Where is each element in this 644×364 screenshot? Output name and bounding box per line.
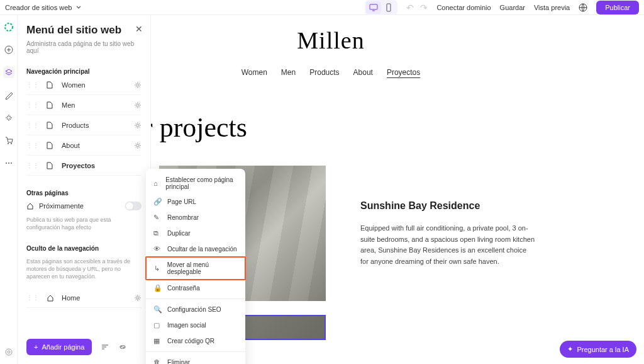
gear-icon[interactable] bbox=[134, 81, 142, 89]
gear-icon[interactable] bbox=[134, 294, 142, 302]
page-row-men[interactable]: ⋮⋮ Men bbox=[26, 95, 142, 115]
drag-handle-icon[interactable]: ⋮⋮ bbox=[26, 101, 39, 108]
arrow-return-icon: ↳ bbox=[154, 264, 161, 273]
svg-point-10 bbox=[6, 349, 12, 355]
ctx-page-url[interactable]: 🔗Page URL bbox=[146, 194, 245, 210]
page-icon bbox=[47, 142, 54, 149]
connect-domain-link[interactable]: Conectar dominio bbox=[436, 4, 491, 11]
ask-ai-button[interactable]: ✦ Preguntar a la IA bbox=[560, 341, 636, 358]
logo-icon[interactable] bbox=[3, 21, 14, 33]
undo-button[interactable]: ↶ bbox=[406, 3, 414, 13]
project-title: Sunshine Bay Residence bbox=[360, 200, 536, 212]
page-icon bbox=[47, 81, 54, 89]
tools-sidebar bbox=[0, 15, 18, 364]
breadcrumb[interactable]: Creador de sitios web bbox=[5, 4, 82, 11]
drag-handle-icon[interactable]: ⋮⋮ bbox=[26, 81, 39, 88]
drag-handle-icon[interactable]: ⋮⋮ bbox=[26, 122, 39, 128]
redo-button[interactable]: ↷ bbox=[420, 3, 428, 13]
panel-title: Menú del sitio web bbox=[26, 24, 142, 37]
page-label: Home bbox=[62, 294, 126, 302]
coming-soon-row: Próximamente bbox=[26, 202, 142, 210]
cart-icon[interactable] bbox=[3, 135, 14, 146]
page-row-women[interactable]: ⋮⋮ Women bbox=[26, 75, 142, 95]
drag-handle-icon[interactable]: ⋮⋮ bbox=[26, 162, 39, 169]
svg-point-12 bbox=[136, 84, 139, 86]
close-icon[interactable]: ✕ bbox=[135, 24, 143, 34]
search-icon: 🔍 bbox=[153, 305, 161, 314]
ctx-password[interactable]: 🔒Contraseña bbox=[146, 280, 245, 296]
menu-separator bbox=[146, 351, 245, 352]
mobile-device-button[interactable] bbox=[381, 1, 396, 14]
publish-button[interactable]: Publicar bbox=[596, 1, 639, 14]
nav-about[interactable]: About bbox=[353, 68, 373, 77]
page-row-home[interactable]: ⋮⋮ Home bbox=[26, 288, 142, 308]
eye-off-icon: 👁 bbox=[153, 245, 161, 253]
nav-proyectos[interactable]: Proyectos bbox=[387, 68, 420, 77]
sort-icon[interactable] bbox=[101, 343, 109, 351]
svg-point-13 bbox=[136, 104, 139, 106]
sparkle-icon[interactable] bbox=[3, 112, 14, 123]
device-switcher bbox=[365, 0, 397, 15]
preview-link[interactable]: Vista previa bbox=[534, 4, 570, 11]
page-row-products[interactable]: ⋮⋮ Products bbox=[26, 115, 142, 135]
plus-icon: + bbox=[34, 343, 38, 351]
page-label: Men bbox=[62, 101, 126, 109]
page-label: About bbox=[62, 142, 126, 149]
ctx-delete[interactable]: 🗑Eliminar bbox=[146, 355, 245, 364]
nav-section-label: Navegación principal bbox=[26, 68, 142, 75]
panel-subtitle: Administra cada página de tu sitio web a… bbox=[26, 40, 142, 54]
nav-products[interactable]: Products bbox=[309, 68, 339, 77]
link-icon[interactable] bbox=[118, 343, 127, 351]
page-row-proyectos[interactable]: ⋮⋮ Proyectos bbox=[26, 156, 142, 176]
add-icon[interactable] bbox=[3, 44, 14, 55]
lock-icon: 🔒 bbox=[153, 284, 161, 292]
svg-point-3 bbox=[5, 23, 13, 31]
breadcrumb-label: Creador de sitios web bbox=[5, 4, 72, 11]
page-label: Proyectos bbox=[62, 162, 142, 169]
nav-men[interactable]: Men bbox=[281, 68, 296, 77]
svg-point-9 bbox=[11, 162, 12, 164]
copy-icon: ⧉ bbox=[153, 229, 161, 237]
page-context-menu: ⌂Establecer como página principal 🔗Page … bbox=[146, 169, 245, 364]
gear-icon[interactable] bbox=[134, 142, 142, 149]
publish-hint: Publica tu sitio web para que esta confi… bbox=[26, 217, 142, 231]
hidden-hint: Estas páginas son accesibles a través de… bbox=[26, 258, 142, 280]
add-page-button[interactable]: + Añadir página bbox=[26, 339, 92, 355]
other-section-label: Otras páginas bbox=[26, 190, 142, 196]
svg-point-8 bbox=[8, 162, 9, 164]
coming-soon-toggle[interactable] bbox=[125, 202, 142, 210]
svg-point-11 bbox=[8, 351, 10, 353]
svg-point-6 bbox=[11, 143, 12, 144]
nav-women[interactable]: Women bbox=[242, 68, 267, 77]
home-icon bbox=[47, 294, 54, 302]
svg-point-16 bbox=[136, 297, 139, 299]
ctx-qr[interactable]: ▦Crear código QR bbox=[146, 333, 245, 349]
settings-bottom-icon[interactable] bbox=[3, 346, 14, 358]
mobile-icon bbox=[386, 3, 392, 12]
globe-icon[interactable] bbox=[579, 3, 587, 12]
more-icon[interactable] bbox=[3, 157, 14, 169]
layers-icon[interactable] bbox=[3, 67, 14, 78]
gear-icon[interactable] bbox=[134, 122, 142, 129]
ctx-seo[interactable]: 🔍Configuración SEO bbox=[146, 302, 245, 317]
ctx-move-dropdown[interactable]: ↳Mover al menú desplegable bbox=[145, 256, 246, 280]
svg-rect-1 bbox=[387, 4, 391, 11]
ctx-duplicate[interactable]: ⧉Duplicar bbox=[146, 225, 245, 241]
ctx-social-image[interactable]: ▢Imagen social bbox=[146, 317, 245, 333]
ctx-set-main[interactable]: ⌂Establecer como página principal bbox=[146, 173, 245, 194]
save-link[interactable]: Guardar bbox=[500, 4, 525, 11]
ctx-hide[interactable]: 👁Ocultar de la navegación bbox=[146, 241, 245, 256]
desktop-icon bbox=[369, 4, 378, 11]
svg-point-15 bbox=[136, 144, 139, 147]
styles-icon[interactable] bbox=[3, 89, 14, 101]
link-icon: 🔗 bbox=[153, 198, 161, 206]
drag-handle-icon[interactable]: ⋮⋮ bbox=[26, 142, 39, 149]
drag-handle-icon[interactable]: ⋮⋮ bbox=[26, 294, 39, 301]
ctx-rename[interactable]: ✎Renombrar bbox=[146, 210, 245, 225]
svg-point-14 bbox=[136, 124, 139, 127]
desktop-device-button[interactable] bbox=[366, 1, 381, 14]
trash-icon: 🗑 bbox=[153, 358, 161, 364]
page-row-about[interactable]: ⋮⋮ About bbox=[26, 135, 142, 156]
coming-soon-label: Próximamente bbox=[39, 202, 120, 210]
gear-icon[interactable] bbox=[134, 101, 142, 109]
